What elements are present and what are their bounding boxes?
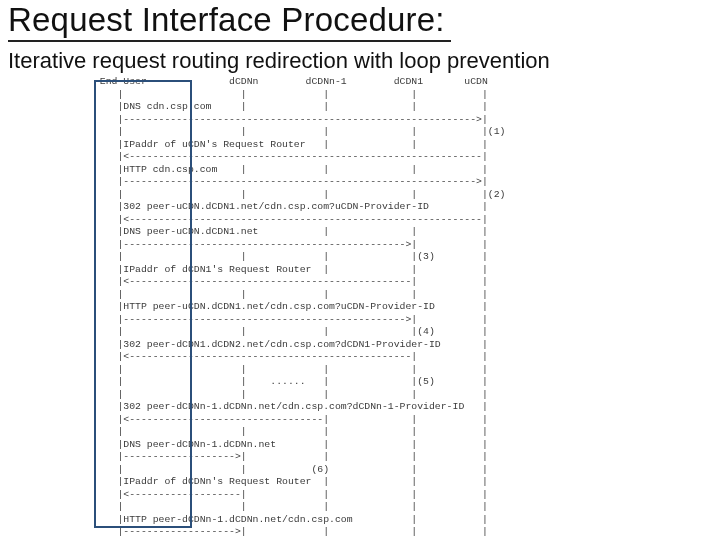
page-title: Request Interface Procedure:	[8, 2, 451, 42]
page-subtitle: Iterative request routing redirection wi…	[8, 48, 550, 74]
slide: Request Interface Procedure: Iterative r…	[0, 0, 720, 540]
sequence-diagram-ascii: End User dCDNn dCDNn-1 dCDN1 uCDN | | | …	[88, 76, 644, 526]
